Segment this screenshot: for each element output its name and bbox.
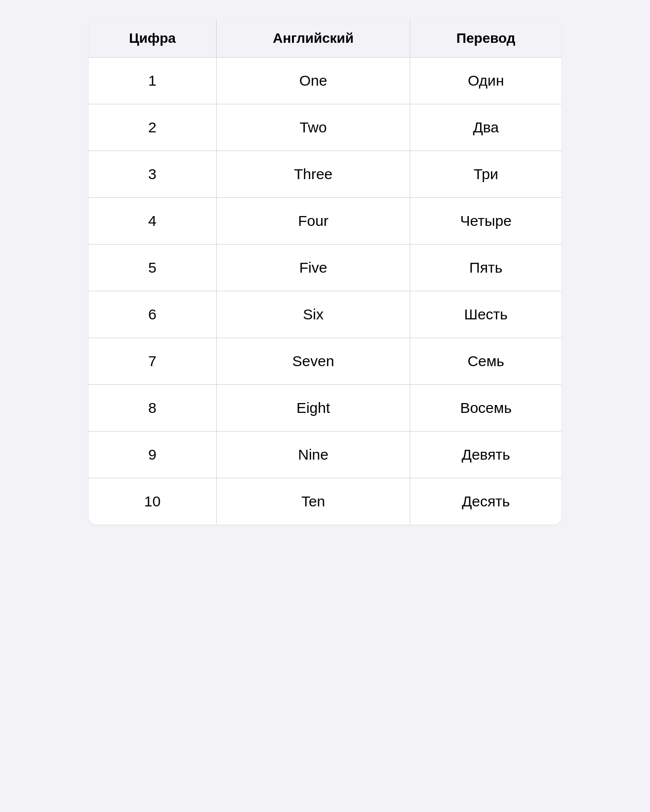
table-row: 8EightВосемь [89, 385, 561, 432]
digit-cell: 10 [89, 478, 216, 525]
translation-cell: Девять [410, 432, 561, 478]
english-cell: Three [216, 151, 410, 198]
translation-cell: Три [410, 151, 561, 198]
translation-cell: Два [410, 104, 561, 151]
english-cell: Six [216, 291, 410, 338]
table-header-row: Цифра Английский Перевод [89, 20, 561, 58]
digit-cell: 4 [89, 198, 216, 245]
translation-column-header: Перевод [410, 20, 561, 58]
english-cell: Nine [216, 432, 410, 478]
digit-cell: 2 [89, 104, 216, 151]
digit-cell: 9 [89, 432, 216, 478]
table-row: 2TwoДва [89, 104, 561, 151]
translation-cell: Пять [410, 245, 561, 291]
digit-cell: 1 [89, 58, 216, 104]
digit-cell: 6 [89, 291, 216, 338]
english-cell: Two [216, 104, 410, 151]
translation-cell: Семь [410, 338, 561, 385]
english-cell: Ten [216, 478, 410, 525]
english-cell: Seven [216, 338, 410, 385]
translation-cell: Один [410, 58, 561, 104]
english-cell: Four [216, 198, 410, 245]
english-column-header: Английский [216, 20, 410, 58]
table-row: 7SevenСемь [89, 338, 561, 385]
digit-cell: 5 [89, 245, 216, 291]
translation-cell: Шесть [410, 291, 561, 338]
table-row: 9NineДевять [89, 432, 561, 478]
english-cell: Five [216, 245, 410, 291]
english-cell: One [216, 58, 410, 104]
digit-cell: 7 [89, 338, 216, 385]
numbers-table-container: Цифра Английский Перевод 1OneОдин2TwoДва… [89, 20, 561, 525]
numbers-table: Цифра Английский Перевод 1OneОдин2TwoДва… [89, 20, 561, 525]
table-row: 10TenДесять [89, 478, 561, 525]
table-row: 3ThreeТри [89, 151, 561, 198]
digit-cell: 8 [89, 385, 216, 432]
english-cell: Eight [216, 385, 410, 432]
table-row: 5FiveПять [89, 245, 561, 291]
translation-cell: Восемь [410, 385, 561, 432]
translation-cell: Четыре [410, 198, 561, 245]
table-row: 6SixШесть [89, 291, 561, 338]
table-row: 1OneОдин [89, 58, 561, 104]
digit-column-header: Цифра [89, 20, 216, 58]
digit-cell: 3 [89, 151, 216, 198]
translation-cell: Десять [410, 478, 561, 525]
table-row: 4FourЧетыре [89, 198, 561, 245]
